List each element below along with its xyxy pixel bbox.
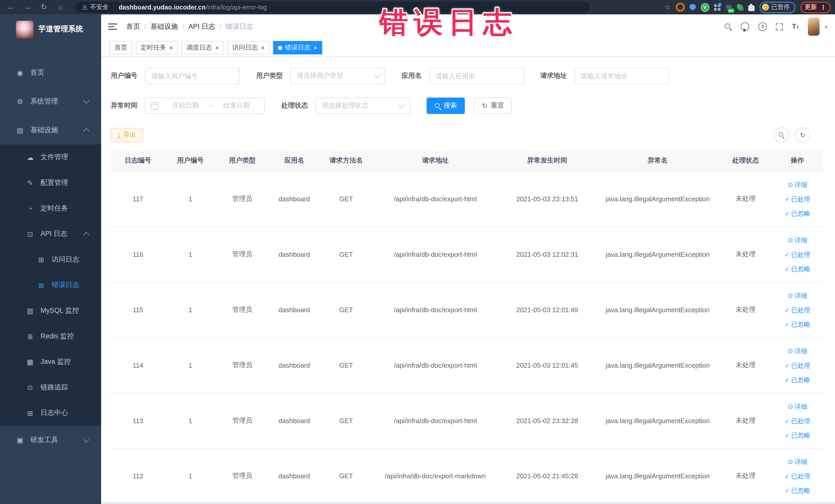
ignored-link[interactable]: 已忽略	[785, 373, 810, 387]
table-toolbar: 导出	[111, 127, 822, 143]
search-button[interactable]: 搜索	[427, 98, 465, 114]
tags-view-tab-4[interactable]: 错误日志×	[273, 41, 322, 55]
detail-link[interactable]: 详细	[788, 344, 807, 358]
breadcrumb-item[interactable]: API 日志	[188, 22, 216, 32]
github-icon[interactable]	[741, 23, 749, 31]
help-icon[interactable]	[758, 23, 767, 31]
toggle-search-button[interactable]	[774, 127, 789, 143]
tab-label: 首页	[115, 43, 127, 53]
sidebar-item-access-log[interactable]: ⊞访问日志	[0, 247, 101, 273]
sidebar-item-system[interactable]: ⚙系统管理	[0, 87, 101, 116]
ignored-link[interactable]: 已忽略	[785, 262, 810, 276]
tags-view-tab-2[interactable]: 调度日志×	[182, 41, 224, 55]
sidebar-item-job[interactable]: ◔定时任务	[0, 196, 101, 221]
sidebar-item-error-log[interactable]: ⊠错误日志	[0, 272, 101, 298]
site-security-chip[interactable]: ⚠ 不安全	[82, 3, 108, 11]
close-icon[interactable]: ×	[215, 45, 219, 51]
request-url-input[interactable]	[574, 68, 669, 84]
processed-link[interactable]: 已处理	[785, 303, 810, 317]
breadcrumb-item[interactable]: 基础设施	[150, 22, 178, 32]
user-avatar[interactable]	[808, 18, 820, 36]
active-dot-icon	[278, 46, 282, 50]
font-size-icon[interactable]	[792, 23, 799, 31]
sidebar-item-java[interactable]: ▦Java 监控	[0, 349, 101, 375]
ignored-link[interactable]: 已忽略	[785, 428, 810, 442]
refresh-table-button[interactable]	[795, 127, 810, 143]
processed-link[interactable]: 已处理	[785, 414, 810, 427]
ignored-link[interactable]: 已忽略	[785, 483, 810, 497]
hamburger-icon[interactable]	[108, 22, 117, 32]
field-label: 请求地址	[540, 72, 567, 80]
log-center-icon: ⊞	[26, 409, 35, 417]
detail-link[interactable]: 详细	[788, 399, 807, 413]
process-status-select[interactable]: 请选择处理状态	[315, 98, 410, 114]
extension-leaf-icon[interactable]	[737, 4, 743, 11]
ignored-link[interactable]: 已忽略	[785, 317, 810, 331]
chevron-down-icon[interactable]: ▾	[825, 24, 828, 30]
cell-user-type: 管理员	[216, 393, 269, 448]
cell-url: /api/infra/db-doc/export-html	[373, 171, 498, 227]
back-icon[interactable]: ←	[7, 0, 15, 14]
user-type-select[interactable]: 请选择用户类型	[290, 68, 385, 84]
reset-button[interactable]: 重置	[474, 98, 512, 114]
extension-orange-icon[interactable]	[676, 3, 685, 12]
detail-link[interactable]: 详细	[788, 288, 807, 302]
app-name-input[interactable]	[429, 68, 524, 84]
date-range-picker[interactable]: 开始日期 ~ 结束日期	[145, 98, 265, 114]
sidebar-item-api-log[interactable]: ⊡API 日志	[0, 221, 101, 247]
browser-nav: ← → ↻ ⌂	[7, 0, 64, 14]
tags-view-tab-3[interactable]: 访问日志×	[227, 41, 269, 55]
sidebar-item-config[interactable]: ✎配置管理	[0, 170, 101, 196]
breadcrumb-separator: /	[144, 23, 146, 31]
sidebar-item-trace[interactable]: ⊙链路追踪	[0, 375, 101, 400]
close-icon[interactable]: ×	[261, 45, 265, 51]
user-id-input[interactable]	[145, 68, 240, 84]
bookmark-star-icon[interactable]: ☆	[665, 3, 671, 11]
cell-user-type: 管理员	[216, 282, 269, 338]
close-icon[interactable]: ×	[314, 45, 318, 51]
forward-icon[interactable]: →	[23, 0, 31, 14]
sidebar-item-dev-tools[interactable]: ▣研发工具	[0, 426, 101, 455]
update-label: 更新	[805, 3, 817, 11]
start-date-placeholder[interactable]: 开始日期	[163, 101, 208, 110]
sidebar-item-home[interactable]: ◉首页	[0, 58, 101, 87]
filter-app-name: 应用名	[402, 68, 524, 84]
sidebar-item-mysql[interactable]: ▥MySQL 监控	[0, 298, 101, 323]
detail-link[interactable]: 详细	[788, 178, 807, 191]
sidebar-item-redis[interactable]: ≣Redis 监控	[0, 323, 101, 349]
menu-kebab-icon[interactable]: ⋮	[820, 3, 827, 11]
app-title: 芋道管理系统	[38, 24, 83, 34]
close-icon[interactable]: ×	[169, 45, 173, 51]
sidebar-item-log-center[interactable]: ⊞日志中心	[0, 400, 101, 426]
processed-link[interactable]: 已处理	[785, 192, 810, 206]
sidebar-item-file[interactable]: ☁文件管理	[0, 144, 101, 170]
app-logo[interactable]: 芋道管理系统	[0, 14, 101, 44]
sidebar-item-label: 基础设施	[30, 125, 58, 135]
reload-icon[interactable]: ↻	[40, 0, 48, 14]
profile-paused-pill[interactable]: 已暂停	[759, 1, 795, 13]
extension-grid-icon[interactable]	[714, 4, 720, 11]
processed-link[interactable]: 已处理	[785, 469, 810, 483]
detail-link[interactable]: 详细	[788, 455, 807, 468]
extensions-puzzle-icon[interactable]	[748, 5, 754, 11]
cell-time: 2021-05-02 23:32:28	[498, 393, 596, 448]
extension-shield-icon[interactable]	[690, 4, 696, 11]
processed-link[interactable]: 已处理	[785, 358, 810, 372]
browser-update-chip[interactable]: 更新 ⋮	[800, 1, 831, 13]
processed-link[interactable]: 已处理	[785, 247, 810, 261]
end-date-placeholder[interactable]: 结束日期	[214, 101, 259, 110]
ignored-link[interactable]: 已忽略	[785, 206, 810, 220]
fullscreen-icon[interactable]	[776, 23, 783, 30]
cell-actions: 详细已处理已忽略	[772, 171, 823, 227]
breadcrumb-item[interactable]: 首页	[126, 22, 140, 32]
extension-v-icon[interactable]	[700, 3, 709, 11]
home-icon[interactable]: ⌂	[57, 0, 64, 14]
search-icon[interactable]	[725, 23, 732, 30]
export-button[interactable]: 导出	[111, 128, 143, 142]
tags-view-tab-1[interactable]: 定时任务×	[136, 41, 178, 55]
extension-on-badge-icon[interactable]	[725, 4, 732, 11]
cell-user-id: 1	[165, 393, 216, 448]
detail-link[interactable]: 详细	[788, 233, 807, 247]
sidebar-item-infra[interactable]: ▤基础设施	[0, 116, 101, 144]
tags-view-tab-0[interactable]: 首页	[109, 41, 132, 55]
